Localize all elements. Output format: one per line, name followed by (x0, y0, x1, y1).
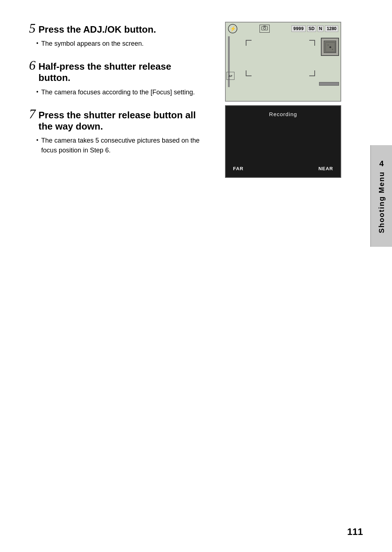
step5-bullet: • The symbol appears on the screen. (36, 39, 203, 49)
step7-number: 7 (29, 107, 36, 120)
flash-icon-area: ⚡ (228, 24, 237, 33)
step5-block: 5 Press the ADJ./OK button. • The symbol… (29, 22, 203, 49)
sd-label: SD (307, 25, 316, 32)
page-content: 5 Press the ADJ./OK button. • The symbol… (0, 0, 367, 552)
step7-bullet-text: The camera takes 5 consecutive pictures … (41, 136, 203, 155)
corner-br (309, 70, 315, 76)
step7-block: 7 Press the shutter release button all t… (29, 107, 203, 155)
screen-top-right-icons: 9999 SD N 1280 (291, 25, 338, 32)
corner-bl (246, 70, 252, 76)
camera-center-icon (260, 25, 270, 33)
step6-bullet-dot: • (36, 87, 38, 96)
step6-block: 6 Half-press the shutter release button.… (29, 59, 203, 97)
sidebar-tab: 4 Shooting Menu (370, 145, 392, 247)
step7-heading: 7 Press the shutter release button all t… (29, 107, 203, 132)
svg-point-8 (332, 49, 333, 50)
svg-point-7 (328, 45, 329, 46)
chapter-number: 4 (379, 159, 384, 168)
af-icon-text: AF (229, 74, 233, 78)
recording-label: Recording (269, 111, 297, 117)
camera-lcd-screen: ⚡ (225, 22, 341, 102)
page-number: 111 (347, 526, 363, 537)
recording-screen: Recording FAR NEAR (225, 105, 341, 178)
step6-heading: 6 Half-press the shutter release button. (29, 59, 203, 83)
active-bracket-inner (324, 41, 336, 53)
camera-svg-icon (261, 25, 268, 30)
step6-number: 6 (29, 59, 36, 72)
corner-tl (246, 40, 252, 46)
shot-count: 9999 (291, 25, 306, 32)
quality-label: N (318, 25, 324, 32)
screen-top-bar: ⚡ (226, 23, 340, 35)
corner-tr (309, 40, 315, 46)
left-column: 5 Press the ADJ./OK button. • The symbol… (29, 22, 211, 178)
af-icon: AF (226, 72, 234, 80)
svg-text:⚡: ⚡ (230, 26, 236, 32)
main-layout: 5 Press the ADJ./OK button. • The symbol… (29, 22, 345, 178)
step5-heading: 5 Press the ADJ./OK button. (29, 22, 203, 35)
svg-point-3 (264, 27, 266, 29)
bottom-bar-indicator (319, 82, 339, 86)
chapter-title: Shooting Menu (377, 171, 386, 233)
flash-icon: ⚡ (228, 24, 237, 33)
step6-bullet-text: The camera focuses according to the [Foc… (41, 87, 195, 97)
step7-bullet-dot: • (36, 136, 38, 144)
sidebar-tab-content: 4 Shooting Menu (377, 159, 386, 233)
svg-point-6 (330, 46, 331, 48)
step6-bullet: • The camera focuses according to the [F… (36, 87, 203, 97)
bracket-svg (324, 41, 336, 53)
step5-number: 5 (29, 22, 36, 35)
step7-bullet: • The camera takes 5 consecutive picture… (36, 136, 203, 155)
step5-bullet-text: The symbol appears on the screen. (41, 39, 144, 49)
step7-title: Press the shutter release button all the… (38, 110, 203, 132)
resolution-label: 1280 (325, 25, 338, 32)
step5-title: Press the ADJ./OK button. (38, 24, 156, 35)
active-bracket-box (321, 38, 339, 56)
screen-middle-area: AF (226, 36, 340, 87)
recording-bottom: FAR NEAR (233, 166, 333, 171)
recording-far-label: FAR (233, 166, 244, 171)
step6-title: Half-press the shutter release button. (38, 61, 203, 83)
step5-bullet-dot: • (36, 39, 38, 48)
camera-icon-box (260, 25, 270, 33)
recording-near-label: NEAR (318, 166, 333, 171)
svg-rect-4 (264, 26, 266, 27)
right-column: ⚡ (225, 22, 345, 178)
